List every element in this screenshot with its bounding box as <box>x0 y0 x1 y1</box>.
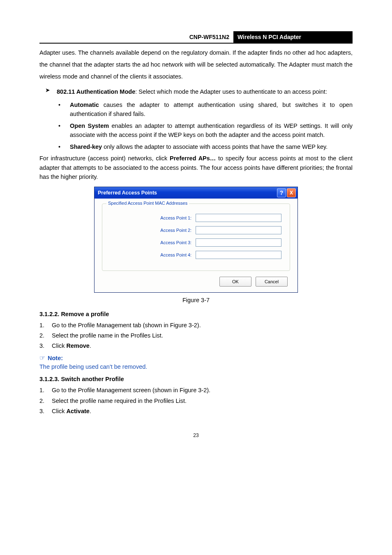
remove-profile-heading: 3.1.2.2. Remove a profile <box>39 311 353 317</box>
bullet-icon: • <box>58 142 70 151</box>
list-number: 3. <box>39 341 52 351</box>
bullet-icon: • <box>58 100 70 119</box>
header-model: CNP-WF511N2 <box>39 31 233 43</box>
bullet-icon: • <box>58 121 70 140</box>
ap2-input[interactable] <box>196 226 281 234</box>
pointing-hand-icon: ☞ <box>39 354 45 362</box>
figure-caption: Figure 3-7 <box>39 297 353 303</box>
auth-mode-rest: : Select which mode the Adapter uses to … <box>135 88 327 95</box>
top-paragraph: Adapter uses. The channels available dep… <box>39 47 353 83</box>
header-product: Wireless N PCI Adapter <box>233 31 353 43</box>
remove-step-2: Select the profile name in the Profiles … <box>52 331 163 340</box>
mac-addresses-group: Specified Access Point MAC Addresses Acc… <box>102 204 290 271</box>
ap1-input[interactable] <box>196 214 281 222</box>
page-number: 23 <box>39 432 353 438</box>
auth-mode-lead: 802.11 Authentication Mode: Select which… <box>57 86 353 98</box>
dialog-titlebar: Preferred Access Points ? X <box>95 187 297 199</box>
ap2-label: Access Point 2: <box>111 228 196 233</box>
switch-profile-heading: 3.1.2.3. Switch another Profile <box>39 376 353 382</box>
page-header: CNP-WF511N2 Wireless N PCI Adapter <box>39 31 353 44</box>
ap3-label: Access Point 3: <box>111 240 196 245</box>
auth-item-shared: Shared-key only allows the adapter to as… <box>70 142 353 151</box>
remove-step-3: Click Remove. <box>52 341 91 351</box>
switch-step-3: Click Activate. <box>52 407 91 416</box>
dialog-title: Preferred Access Points <box>96 190 276 196</box>
list-number: 1. <box>39 386 52 395</box>
auth-item-open: Open System enables an adapter to attemp… <box>70 121 353 140</box>
remove-step-1: Go to the Profile Management tab (shown … <box>52 321 201 330</box>
list-number: 1. <box>39 321 52 330</box>
switch-step-2: Select the profile name required in the … <box>52 396 187 406</box>
cancel-button[interactable]: Cancel <box>256 277 288 287</box>
arrow-icon: ➤ <box>45 86 57 98</box>
note-text: The profile being used can't be removed. <box>39 363 353 370</box>
ap4-label: Access Point 4: <box>111 252 196 257</box>
ap3-input[interactable] <box>196 238 281 247</box>
infra-paragraph: For infrastructure (access point) networ… <box>39 154 353 181</box>
ok-button[interactable]: OK <box>219 277 251 287</box>
list-number: 2. <box>39 331 52 340</box>
switch-step-1: Go to the Profile Management screen (sho… <box>52 386 210 395</box>
help-button[interactable]: ? <box>277 188 286 197</box>
list-number: 2. <box>39 396 52 406</box>
auth-mode-bold: 802.11 Authentication Mode <box>57 88 135 95</box>
close-button[interactable]: X <box>287 188 296 197</box>
auth-item-automatic: Automatic causes the adapter to attempt … <box>70 100 353 119</box>
ap1-label: Access Point 1: <box>111 215 196 220</box>
group-legend: Specified Access Point MAC Addresses <box>106 201 189 206</box>
list-number: 3. <box>39 407 52 416</box>
preferred-aps-dialog: Preferred Access Points ? X Specified Ac… <box>94 187 298 293</box>
ap4-input[interactable] <box>196 251 281 259</box>
note-label: Note: <box>48 355 63 361</box>
